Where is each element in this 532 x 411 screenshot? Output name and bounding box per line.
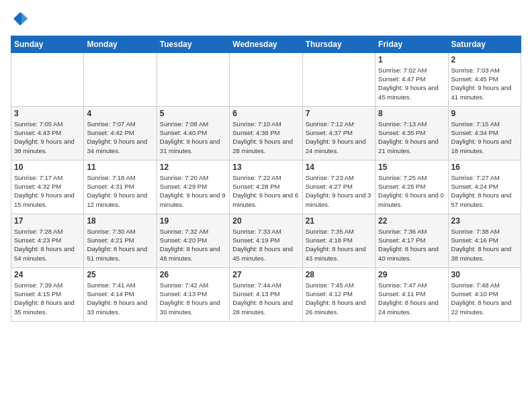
day-number: 4 [87,109,153,118]
day-info: Sunrise: 7:18 AM Sunset: 4:31 PM Dayligh… [87,173,153,209]
calendar-cell: 14Sunrise: 7:23 AM Sunset: 4:27 PM Dayli… [302,160,375,214]
day-number: 1 [378,55,445,64]
calendar-cell: 6Sunrise: 7:10 AM Sunset: 4:38 PM Daylig… [230,106,302,160]
day-info: Sunrise: 7:03 AM Sunset: 4:45 PM Dayligh… [451,66,518,101]
day-number: 20 [232,216,299,226]
column-header-wednesday: Wednesday [230,36,302,52]
calendar-cell: 28Sunrise: 7:45 AM Sunset: 4:12 PM Dayli… [302,267,375,321]
calendar-cell: 15Sunrise: 7:25 AM Sunset: 4:25 PM Dayli… [375,160,448,214]
day-info: Sunrise: 7:48 AM Sunset: 4:10 PM Dayligh… [451,281,518,316]
calendar-table: SundayMondayTuesdayWednesdayThursdayFrid… [11,36,521,322]
day-info: Sunrise: 7:22 AM Sunset: 4:28 PM Dayligh… [232,173,299,209]
day-number: 6 [232,109,299,118]
day-info: Sunrise: 7:02 AM Sunset: 4:47 PM Dayligh… [378,66,445,101]
day-info: Sunrise: 7:07 AM Sunset: 4:42 PM Dayligh… [87,120,153,155]
day-info: Sunrise: 7:41 AM Sunset: 4:14 PM Dayligh… [87,281,153,316]
day-number: 30 [451,270,518,279]
calendar-week-row: 10Sunrise: 7:17 AM Sunset: 4:32 PM Dayli… [11,160,521,214]
calendar-header-row: SundayMondayTuesdayWednesdayThursdayFrid… [11,36,521,52]
calendar-cell: 8Sunrise: 7:13 AM Sunset: 4:35 PM Daylig… [375,106,448,160]
calendar-cell: 23Sunrise: 7:38 AM Sunset: 4:16 PM Dayli… [448,214,521,267]
day-info: Sunrise: 7:36 AM Sunset: 4:17 PM Dayligh… [378,227,445,263]
day-number: 15 [378,163,445,172]
day-info: Sunrise: 7:35 AM Sunset: 4:18 PM Dayligh… [306,227,372,263]
svg-marker-1 [21,12,28,24]
calendar-cell: 19Sunrise: 7:32 AM Sunset: 4:20 PM Dayli… [157,214,229,267]
day-info: Sunrise: 7:44 AM Sunset: 4:13 PM Dayligh… [232,281,299,316]
day-number: 27 [232,270,299,279]
calendar-cell [230,52,302,106]
day-number: 8 [378,109,445,118]
day-number: 9 [451,109,518,118]
calendar-cell: 2Sunrise: 7:03 AM Sunset: 4:45 PM Daylig… [448,52,521,106]
calendar-cell: 29Sunrise: 7:47 AM Sunset: 4:11 PM Dayli… [375,267,448,321]
calendar-cell: 24Sunrise: 7:39 AM Sunset: 4:15 PM Dayli… [11,267,84,321]
day-number: 3 [14,109,81,118]
day-number: 11 [87,163,153,172]
calendar-week-row: 17Sunrise: 7:28 AM Sunset: 4:23 PM Dayli… [11,214,521,267]
day-number: 18 [87,216,153,226]
day-info: Sunrise: 7:28 AM Sunset: 4:23 PM Dayligh… [14,227,81,263]
day-number: 17 [14,216,81,226]
calendar-cell: 17Sunrise: 7:28 AM Sunset: 4:23 PM Dayli… [11,214,84,267]
day-number: 12 [160,163,226,172]
calendar-cell [84,52,157,106]
day-number: 28 [306,270,372,279]
column-header-saturday: Saturday [448,36,521,52]
calendar-cell: 27Sunrise: 7:44 AM Sunset: 4:13 PM Dayli… [230,267,302,321]
day-number: 16 [451,163,518,172]
day-info: Sunrise: 7:42 AM Sunset: 4:13 PM Dayligh… [160,281,226,316]
day-info: Sunrise: 7:15 AM Sunset: 4:34 PM Dayligh… [451,120,518,155]
day-number: 26 [160,270,226,279]
day-number: 22 [378,216,445,226]
calendar-cell: 30Sunrise: 7:48 AM Sunset: 4:10 PM Dayli… [448,267,521,321]
column-header-monday: Monday [84,36,157,52]
calendar-cell: 9Sunrise: 7:15 AM Sunset: 4:34 PM Daylig… [448,106,521,160]
calendar-cell [157,52,229,106]
calendar-cell: 5Sunrise: 7:08 AM Sunset: 4:40 PM Daylig… [157,106,229,160]
day-info: Sunrise: 7:10 AM Sunset: 4:38 PM Dayligh… [232,120,299,155]
day-number: 24 [14,270,81,279]
calendar-cell: 4Sunrise: 7:07 AM Sunset: 4:42 PM Daylig… [84,106,157,160]
day-number: 10 [14,163,81,172]
day-info: Sunrise: 7:25 AM Sunset: 4:25 PM Dayligh… [378,173,445,209]
calendar-cell: 10Sunrise: 7:17 AM Sunset: 4:32 PM Dayli… [11,160,84,214]
day-number: 29 [378,270,445,279]
day-number: 25 [87,270,153,279]
calendar-week-row: 24Sunrise: 7:39 AM Sunset: 4:15 PM Dayli… [11,267,521,321]
column-header-friday: Friday [375,36,448,52]
day-info: Sunrise: 7:30 AM Sunset: 4:21 PM Dayligh… [87,227,153,263]
calendar-cell: 22Sunrise: 7:36 AM Sunset: 4:17 PM Dayli… [375,214,448,267]
day-info: Sunrise: 7:39 AM Sunset: 4:15 PM Dayligh… [14,281,81,316]
calendar-week-row: 1Sunrise: 7:02 AM Sunset: 4:47 PM Daylig… [11,52,521,106]
day-number: 2 [451,55,518,64]
calendar-cell: 26Sunrise: 7:42 AM Sunset: 4:13 PM Dayli… [157,267,229,321]
calendar-cell: 20Sunrise: 7:33 AM Sunset: 4:19 PM Dayli… [230,214,302,267]
calendar-cell [302,52,375,106]
calendar-cell: 12Sunrise: 7:20 AM Sunset: 4:29 PM Dayli… [157,160,229,214]
calendar-cell: 11Sunrise: 7:18 AM Sunset: 4:31 PM Dayli… [84,160,157,214]
day-info: Sunrise: 7:20 AM Sunset: 4:29 PM Dayligh… [160,173,226,209]
day-number: 5 [160,109,226,118]
logo-icon [12,11,28,27]
day-info: Sunrise: 7:12 AM Sunset: 4:37 PM Dayligh… [306,120,372,155]
calendar-cell: 1Sunrise: 7:02 AM Sunset: 4:47 PM Daylig… [375,52,448,106]
calendar-cell: 7Sunrise: 7:12 AM Sunset: 4:37 PM Daylig… [302,106,375,160]
page-header [11,11,521,30]
calendar-week-row: 3Sunrise: 7:05 AM Sunset: 4:43 PM Daylig… [11,106,521,160]
day-info: Sunrise: 7:33 AM Sunset: 4:19 PM Dayligh… [232,227,299,263]
day-info: Sunrise: 7:17 AM Sunset: 4:32 PM Dayligh… [14,173,81,209]
day-number: 21 [306,216,372,226]
day-number: 23 [451,216,518,226]
day-info: Sunrise: 7:27 AM Sunset: 4:24 PM Dayligh… [451,173,518,209]
day-number: 19 [160,216,226,226]
calendar-cell: 21Sunrise: 7:35 AM Sunset: 4:18 PM Dayli… [302,214,375,267]
calendar-cell: 16Sunrise: 7:27 AM Sunset: 4:24 PM Dayli… [448,160,521,214]
column-header-tuesday: Tuesday [157,36,229,52]
day-info: Sunrise: 7:38 AM Sunset: 4:16 PM Dayligh… [451,227,518,263]
column-header-sunday: Sunday [11,36,84,52]
day-number: 14 [306,163,372,172]
logo-text [11,11,28,30]
day-number: 13 [232,163,299,172]
day-info: Sunrise: 7:05 AM Sunset: 4:43 PM Dayligh… [14,120,81,155]
